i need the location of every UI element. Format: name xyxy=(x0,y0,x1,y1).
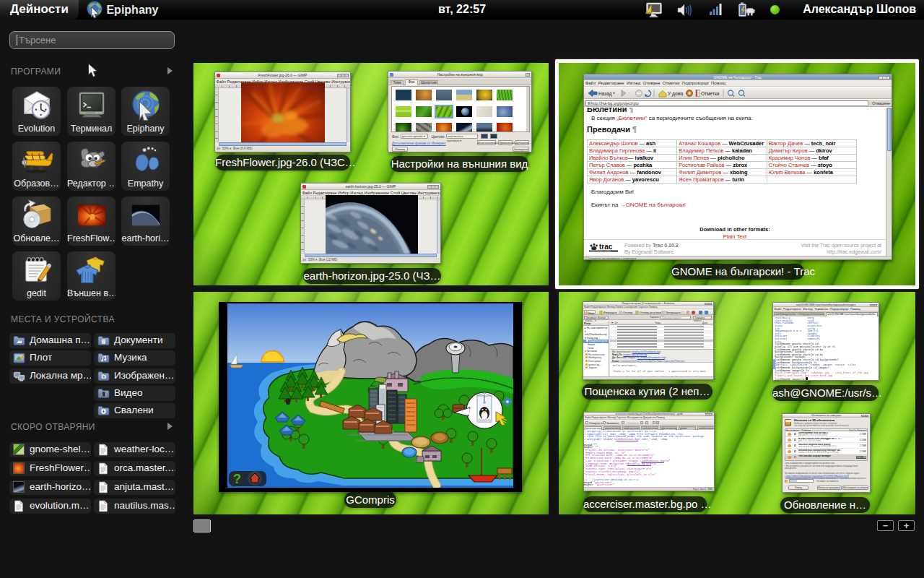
svg-text:Назад: Назад xyxy=(598,91,612,97)
svg-text:?: ? xyxy=(233,472,241,486)
svg-text:Отметки: Отметки xyxy=(701,91,720,96)
svg-text:У дома: У дома xyxy=(668,91,684,97)
svg-text:INTEGRATED SCM & PROJECT: INTEGRATED SCM & PROJECT xyxy=(590,250,611,251)
svg-text:trac: trac xyxy=(599,243,613,251)
